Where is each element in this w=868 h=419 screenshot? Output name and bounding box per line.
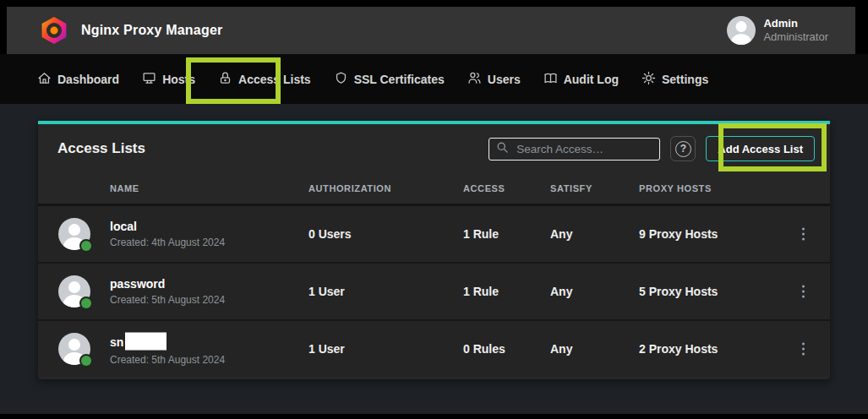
search-box: [489, 138, 660, 161]
redaction-box: [125, 333, 167, 351]
row-created: Created: 4th August 2024: [110, 237, 225, 248]
users-icon: [467, 71, 482, 88]
column-header-name: NAME: [110, 183, 139, 193]
search-input[interactable]: [516, 143, 652, 155]
content: Access Lists ? Add Access List NAME AUTH…: [0, 104, 868, 414]
row-proxy-hosts: 9 Proxy Hosts: [639, 227, 718, 241]
gear-icon: [641, 71, 656, 88]
column-header-authorization: AUTHORIZATION: [308, 183, 391, 193]
nav-item-label: Settings: [662, 73, 708, 86]
row-authorization: 1 User: [308, 342, 345, 356]
nav-item-settings[interactable]: Settings: [641, 71, 708, 88]
online-status-dot: [81, 356, 91, 366]
lock-icon: [218, 71, 232, 88]
row-access: 0 Rules: [463, 342, 505, 356]
row-created: Created: 5th August 2024: [110, 294, 225, 306]
row-proxy-hosts: 2 Proxy Hosts: [639, 342, 718, 356]
nav-item-label: Audit Log: [564, 73, 619, 86]
nav-item-label: SSL Certificates: [354, 73, 445, 86]
row-proxy-hosts: 5 Proxy Hosts: [639, 285, 718, 298]
screenshot-bottom-edge: [0, 414, 868, 419]
book-icon: [543, 71, 558, 88]
user-name: Admin: [763, 17, 828, 30]
online-status-dot: [81, 241, 91, 251]
row-authorization: 1 User: [308, 285, 345, 298]
search-icon: [496, 141, 509, 157]
row-avatar: [58, 275, 90, 307]
home-icon: [37, 71, 52, 88]
row-satisfy: Any: [550, 227, 572, 241]
row-avatar: [58, 333, 90, 365]
column-header-proxy-hosts: PROXY HOSTS: [639, 183, 712, 193]
nav-item-dashboard[interactable]: Dashboard: [37, 71, 119, 88]
nav-item-label: Access Lists: [238, 73, 311, 86]
online-status-dot: [81, 298, 91, 308]
nav-item-access-lists[interactable]: Access Lists: [218, 71, 311, 88]
row-name: password: [110, 277, 165, 291]
nav-item-label: Hosts: [162, 73, 195, 86]
nav-item-ssl-certificates[interactable]: SSL Certificates: [334, 71, 445, 88]
user-role: Administrator: [763, 30, 828, 44]
access-lists-panel: Access Lists ? Add Access List NAME AUTH…: [38, 121, 830, 379]
nav-item-label: Users: [488, 73, 521, 86]
nav-item-hosts[interactable]: Hosts: [142, 71, 195, 88]
app-logo-icon: [41, 17, 68, 44]
nav-item-users[interactable]: Users: [467, 71, 521, 88]
row-access: 1 Rule: [463, 285, 499, 298]
column-header-satisfy: SATISFY: [550, 183, 592, 193]
table-header: NAME AUTHORIZATION ACCESS SATISFY PROXY …: [38, 173, 830, 204]
nav-item-audit-log[interactable]: Audit Log: [543, 71, 619, 88]
panel-title: Access Lists: [57, 140, 145, 157]
table-row[interactable]: password Created: 5th August 2024 1 User…: [38, 262, 830, 319]
table-row[interactable]: local Created: 4th August 2024 0 Users 1…: [38, 206, 830, 262]
nav-item-label: Dashboard: [57, 73, 119, 86]
table-row[interactable]: sn Created: 5th August 2024 1 User 0 Rul…: [38, 319, 830, 377]
add-access-list-button[interactable]: Add Access List: [706, 136, 815, 161]
column-header-access: ACCESS: [463, 183, 505, 193]
question-circle-icon: ?: [675, 141, 691, 157]
row-menu-button[interactable]: [797, 338, 810, 361]
row-avatar: [58, 218, 90, 250]
row-name: sn: [110, 335, 123, 348]
shield-icon: [334, 71, 348, 88]
panel-header: Access Lists ? Add Access List: [38, 124, 830, 173]
row-menu-button[interactable]: [797, 223, 810, 246]
help-button[interactable]: ?: [670, 136, 696, 161]
user-menu[interactable]: Admin Administrator: [727, 16, 828, 45]
row-satisfy: Any: [550, 342, 572, 356]
app-header: Nginx Proxy Manager Admin Administrator: [7, 7, 855, 54]
row-authorization: 0 Users: [308, 227, 352, 241]
screen: Nginx Proxy Manager Admin Administrator …: [0, 0, 868, 419]
monitor-icon: [142, 71, 156, 88]
row-satisfy: Any: [550, 285, 572, 298]
user-avatar: [727, 16, 756, 45]
app-title: Nginx Proxy Manager: [81, 23, 222, 38]
row-access: 1 Rule: [463, 227, 499, 241]
row-menu-button[interactable]: [797, 280, 810, 303]
table-body: local Created: 4th August 2024 0 Users 1…: [38, 206, 830, 379]
row-name: local: [110, 220, 137, 233]
row-created: Created: 5th August 2024: [110, 354, 225, 366]
main-nav: Dashboard Hosts Access Lists SSL Certifi…: [0, 54, 868, 104]
